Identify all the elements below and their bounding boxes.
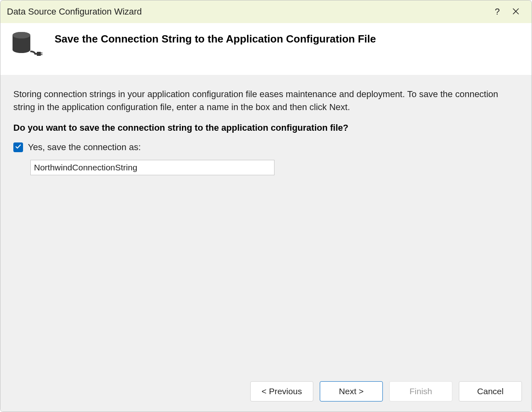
question-text: Do you want to save the connection strin… [13,123,519,133]
spacer [13,175,519,378]
help-button[interactable]: ? [488,2,507,21]
database-plug-icon [10,31,43,59]
wizard-step-title: Save the Connection String to the Applic… [55,30,376,45]
save-connection-checkbox[interactable] [13,142,23,152]
window-title: Data Source Configuration Wizard [7,6,488,17]
titlebar: Data Source Configuration Wizard ? [0,0,532,23]
close-icon [513,6,519,17]
description-text: Storing connection strings in your appli… [13,88,519,114]
next-button[interactable]: Next > [320,381,383,401]
cancel-button[interactable]: Cancel [459,381,522,401]
help-icon: ? [495,6,500,17]
connection-name-input[interactable] [30,160,274,175]
svg-point-5 [13,32,30,38]
checkmark-icon [15,143,21,151]
wizard-header: Save the Connection String to the Applic… [0,23,532,75]
previous-button[interactable]: < Previous [250,381,313,401]
wizard-body: Storing connection strings in your appli… [0,75,532,378]
wizard-button-bar: < Previous Next > Finish Cancel [0,378,532,412]
wizard-window: Data Source Configuration Wizard ? Save … [0,0,532,412]
close-button[interactable] [507,2,525,21]
finish-button: Finish [389,381,452,401]
save-connection-checkbox-row: Yes, save the connection as: [13,142,519,153]
svg-rect-6 [37,52,41,56]
save-connection-label: Yes, save the connection as: [28,142,141,153]
svg-point-4 [13,47,30,53]
